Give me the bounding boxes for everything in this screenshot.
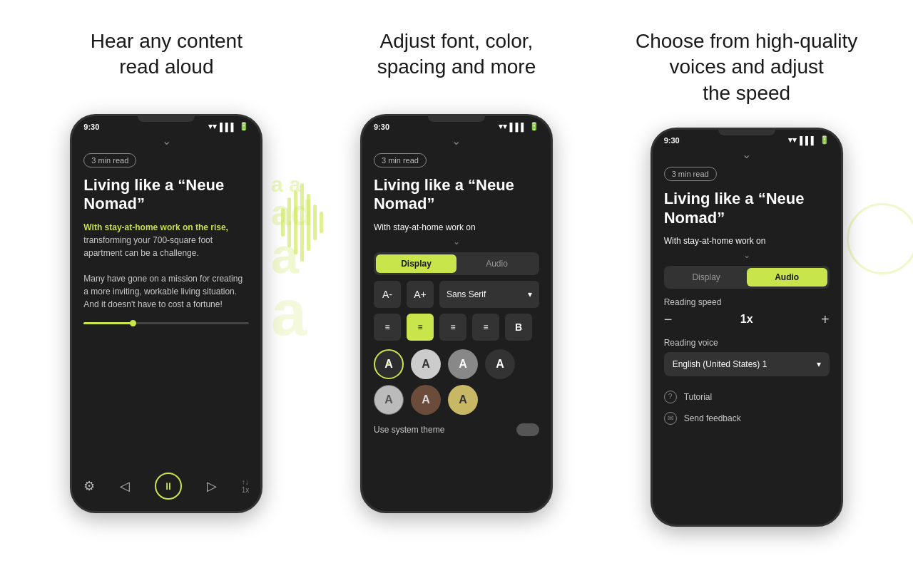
font-smaller-btn[interactable]: A-	[374, 281, 401, 308]
speed-label: Reading speed	[664, 297, 830, 307]
status-icons-1: ▾▾ ▌▌▌ 🔋	[208, 122, 249, 131]
playback-controls: ⚙ ◁ ⏸ ▷ ↑↓1x	[72, 465, 260, 511]
font-larger-btn[interactable]: A+	[407, 281, 434, 308]
system-theme-row: Use system theme	[374, 421, 539, 439]
system-theme-label: Use system theme	[374, 425, 444, 435]
font-select[interactable]: Sans Serif ▾	[439, 281, 539, 308]
font-controls: A- A+ Sans Serif ▾	[374, 281, 539, 308]
col2-title: Adjust font, color, spacing and more	[377, 29, 536, 93]
chevron-2: ⌄	[374, 134, 539, 148]
phone3-content: ⌄ 3 min read Living like a “Neue Nomad” …	[653, 148, 841, 432]
badge-2: 3 min read	[374, 153, 427, 167]
theme-light-circle[interactable]: A	[411, 349, 441, 379]
feedback-label: Send feedback	[684, 413, 741, 423]
tutorial-label: Tutorial	[684, 392, 713, 402]
voice-dropdown-icon: ▾	[817, 359, 821, 369]
bold-btn[interactable]: B	[505, 314, 532, 341]
theme-dark-circle[interactable]: A ✓	[374, 349, 404, 379]
align-left-btn[interactable]: ≡	[374, 314, 401, 341]
speed-minus-btn[interactable]: −	[664, 311, 673, 328]
signal-icon-2: ▌▌▌	[510, 123, 526, 131]
audio-tab-3[interactable]: Audio	[747, 268, 827, 287]
status-icons-2: ▾▾ ▌▌▌ 🔋	[499, 122, 539, 131]
panel-tabs-2: Display Audio	[374, 252, 539, 275]
audio-panel: Reading speed − 1x + Reading voice Engli…	[664, 294, 830, 432]
phone2-content: ⌄ 3 min read Living like a “Neue Nomad” …	[362, 134, 551, 439]
play-pause-btn[interactable]: ⏸	[155, 473, 182, 500]
badge-1: 3 min read	[83, 153, 136, 167]
theme-yellow-circle[interactable]: A	[448, 385, 478, 415]
forward-btn[interactable]: ▷	[207, 478, 217, 494]
display-tab-3[interactable]: Display	[666, 268, 747, 287]
progress-fill	[83, 322, 133, 324]
feedback-item[interactable]: ✉ Send feedback	[664, 408, 830, 429]
display-tab[interactable]: Display	[376, 254, 456, 273]
voice-name: English (United States) 1	[673, 359, 767, 369]
article-body-p3: With stay-at-home work on	[664, 234, 830, 247]
align-controls: ≡ ≡ ≡ ≡ B	[374, 314, 539, 341]
tutorial-item[interactable]: ? Tutorial	[664, 386, 830, 408]
align-center-btn[interactable]: ≡	[407, 314, 434, 341]
main-container: Hear any content read aloud 9:30 ▾▾ ▌▌▌	[0, 0, 913, 588]
theme-brown-circle[interactable]: A	[411, 385, 441, 415]
time-3: 9:30	[664, 136, 680, 145]
chevron-3: ⌄	[664, 148, 830, 161]
theme-black-circle[interactable]: A	[485, 349, 515, 379]
article-title-3: Living like a “Neue Nomad”	[664, 190, 830, 227]
wifi-icon-3: ▾▾	[788, 135, 797, 145]
time-1: 9:30	[83, 123, 99, 131]
speed-dial-decoration	[847, 203, 913, 274]
panel-tabs-3: Display Audio	[664, 266, 830, 289]
normal-text: transforming your 700-square foot apartm…	[83, 235, 213, 258]
article-body-2: Many have gone on a mission for creating…	[83, 272, 249, 311]
signal-icon-3: ▌▌▌	[800, 136, 816, 145]
align-right-btn[interactable]: ≡	[439, 314, 466, 341]
article-title-2: Living like a “Neue Nomad”	[374, 176, 539, 214]
speed-row: Reading speed − 1x +	[664, 297, 830, 328]
speed-control: − 1x +	[664, 311, 830, 328]
voice-select[interactable]: English (United States) 1 ▾	[664, 352, 830, 376]
signal-icon: ▌▌▌	[220, 123, 236, 131]
phone-2: 9:30 ▾▾ ▌▌▌ 🔋 ⌄ 3 min read Living like a…	[360, 114, 553, 513]
article-title-1: Living like a “Neue Nomad”	[83, 176, 249, 214]
phone-3: 9:30 ▾▾ ▌▌▌ 🔋 ⌄ 3 min read Living like a…	[651, 128, 843, 527]
wifi-icon: ▾▾	[208, 122, 217, 131]
voice-label: Reading voice	[664, 338, 830, 348]
settings-btn[interactable]: ⚙	[83, 478, 95, 494]
phone-1: 9:30 ▾▾ ▌▌▌ 🔋 ⌄ 3 min read Living like a…	[70, 114, 262, 513]
battery-icon: 🔋	[239, 122, 249, 131]
speed-value: 1x	[740, 313, 753, 326]
speed-btn[interactable]: ↑↓1x	[242, 478, 250, 494]
speed-plus-btn[interactable]: +	[821, 311, 830, 328]
theme-gray-circle[interactable]: A	[448, 349, 478, 379]
phone-notch-1	[138, 116, 195, 122]
article-body-1: With stay-at-home work on the rise, tran…	[83, 221, 249, 259]
font-decoration: a a ad a a	[271, 174, 312, 345]
system-theme-toggle[interactable]	[516, 423, 539, 436]
phone-notch-2	[428, 116, 485, 122]
col3-title: Choose from high-quality voices and adju…	[611, 29, 882, 106]
col1-title: Hear any content read aloud	[91, 29, 243, 93]
font-name: Sans Serif	[447, 289, 486, 299]
phone-notch-3	[718, 130, 775, 135]
status-icons-3: ▾▾ ▌▌▌ 🔋	[788, 135, 829, 145]
align-justify-btn[interactable]: ≡	[472, 314, 499, 341]
rewind-btn[interactable]: ◁	[120, 478, 130, 494]
time-2: 9:30	[374, 123, 389, 131]
chevron-1: ⌄	[83, 134, 249, 148]
wifi-icon-2: ▾▾	[499, 122, 507, 131]
battery-icon-2: 🔋	[529, 122, 539, 131]
column-3: Choose from high-quality voices and adju…	[611, 29, 882, 527]
tutorial-icon: ?	[664, 391, 677, 403]
article-body-p2: With stay-at-home work on	[374, 221, 539, 234]
audio-tab[interactable]: Audio	[456, 254, 537, 273]
battery-icon-3: 🔋	[820, 135, 830, 145]
dropdown-icon: ▾	[528, 289, 532, 299]
progress-bar	[83, 322, 249, 324]
feedback-icon: ✉	[664, 412, 677, 425]
theme-circles: A ✓ A A A	[374, 349, 539, 379]
highlight-text: With stay-at-home work on the rise,	[83, 222, 228, 232]
badge-3: 3 min read	[664, 167, 717, 181]
theme-silver-circle[interactable]: A	[374, 385, 404, 415]
column-1: Hear any content read aloud 9:30 ▾▾ ▌▌▌	[31, 29, 302, 513]
